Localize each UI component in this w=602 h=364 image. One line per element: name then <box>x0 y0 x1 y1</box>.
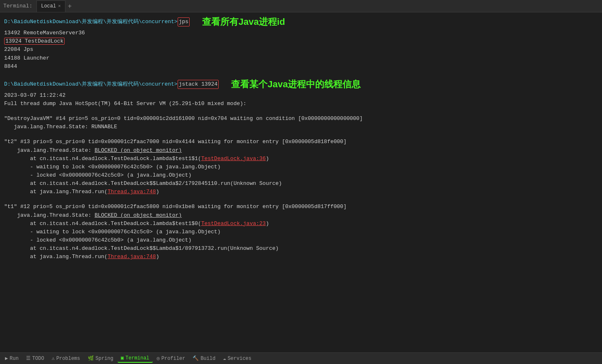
terminal-line: D:\BaiduNetdiskDownload\并发编程\并发编程代码\conc… <box>4 77 598 91</box>
terminal-line <box>4 71 598 77</box>
stack-trace-link[interactable]: Thread.java:748 <box>108 189 156 195</box>
thread-state-blocked: BLOCKED (on object monitor) <box>94 147 182 153</box>
stack-trace-suffix: ) <box>156 189 159 195</box>
bottom-item-terminal[interactable]: ▣Terminal <box>118 354 153 363</box>
terminal-line: at java.lang.Thread.run(Thread.java:748) <box>4 188 598 196</box>
profiler-label: Profiler <box>161 356 185 362</box>
terminal-command: jstack 13924 <box>178 80 219 89</box>
tab-bar: Terminal: Local × + <box>0 0 602 12</box>
stack-trace-link[interactable]: TestDeadLock.java:23 <box>201 220 266 227</box>
terminal-line: java.lang.Thread.State: BLOCKED (on obje… <box>4 211 598 220</box>
terminal-line: at cn.itcast.n4.deadlock.TestDeadLock.la… <box>4 220 598 228</box>
terminal-path: D:\BaiduNetdiskDownload\并发编程\并发编程代码\conc… <box>4 80 178 89</box>
terminal-line: "DestroyJavaVM" #14 prio=5 os_prio=0 tid… <box>4 115 598 123</box>
annotation-text: 查看某个Java进程中的线程信息 <box>231 77 361 91</box>
terminal-line <box>4 196 598 203</box>
terminal-line: 14188 Launcher <box>4 54 598 62</box>
thread-state-prefix: java.lang.Thread.State: <box>4 212 94 218</box>
terminal-line: Full thread dump Java HotSpot(TM) 64-Bit… <box>4 100 598 108</box>
tab-local-label: Local <box>41 3 56 9</box>
terminal-line: - waiting to lock <0x000000076c42c5c0> (… <box>4 228 598 236</box>
tab-close-button[interactable]: × <box>58 4 61 9</box>
build-label: Build <box>200 356 215 362</box>
terminal-label: Terminal: <box>3 3 32 9</box>
bottom-item-build[interactable]: 🔨Build <box>189 354 219 362</box>
stack-trace-text: at java.lang.Thread.run( <box>4 189 108 195</box>
bottom-item-run[interactable]: ▶Run <box>2 354 22 362</box>
stack-trace-link[interactable]: TestDeadLock.java:36 <box>201 156 266 162</box>
spring-label: Spring <box>96 356 113 362</box>
terminal-line: 22084 Jps <box>4 46 598 54</box>
thread-state-prefix: java.lang.Thread.State: <box>4 147 94 153</box>
bottom-bar: ▶Run☰TODO⚠Problems🌿Spring▣Terminal◎Profi… <box>0 352 602 364</box>
terminal-line: 13492 RemoteMavenServer36 <box>4 29 598 37</box>
terminal-line: at cn.itcast.n4.deadlock.TestDeadLock$$L… <box>4 180 598 188</box>
terminal-path: D:\BaiduNetdiskDownload\并发编程\并发编程代码\conc… <box>4 18 178 26</box>
terminal-line: at java.lang.Thread.run(Thread.java:748) <box>4 253 598 261</box>
terminal-content: D:\BaiduNetdiskDownload\并发编程\并发编程代码\conc… <box>0 12 602 352</box>
terminal-line: java.lang.Thread.State: RUNNABLE <box>4 123 598 131</box>
terminal-line: "t2" #13 prio=5 os_prio=0 tid=0x000001c2… <box>4 138 598 146</box>
profiler-icon: ◎ <box>157 355 160 362</box>
bottom-item-spring[interactable]: 🌿Spring <box>84 354 117 362</box>
terminal-label: Terminal <box>125 355 149 361</box>
terminal-line: java.lang.Thread.State: BLOCKED (on obje… <box>4 146 598 155</box>
stack-trace-text: at cn.itcast.n4.deadlock.TestDeadLock.la… <box>4 220 201 227</box>
terminal-line: - locked <0x000000076c42c5c0> (a java.la… <box>4 171 598 180</box>
stack-trace-text: at java.lang.Thread.run( <box>4 254 108 260</box>
local-tab[interactable]: Local × <box>36 0 65 12</box>
highlighted-process: 13924 TestDeadLock <box>4 38 65 45</box>
build-icon: 🔨 <box>193 355 199 362</box>
terminal-command: jps <box>178 17 190 26</box>
stack-trace-suffix: ) <box>266 220 269 227</box>
todo-icon: ☰ <box>26 355 31 362</box>
bottom-item-problems[interactable]: ⚠Problems <box>48 354 84 362</box>
terminal-line: 2023-03-07 11:22:42 <box>4 91 598 100</box>
terminal-line <box>4 131 598 138</box>
terminal-line: at cn.itcast.n4.deadlock.TestDeadLock$$L… <box>4 244 598 253</box>
terminal-line: at cn.itcast.n4.deadlock.TestDeadLock.la… <box>4 155 598 163</box>
services-label: Services <box>228 356 252 362</box>
tab-add-button[interactable]: + <box>65 2 74 10</box>
terminal-line <box>4 108 598 115</box>
terminal-line: 8844 <box>4 62 598 71</box>
terminal-line: - waiting to lock <0x000000076c42c5b0> (… <box>4 163 598 171</box>
services-icon: ☁ <box>223 355 226 362</box>
terminal-icon: ▣ <box>121 355 124 361</box>
thread-state-blocked: BLOCKED (on object monitor) <box>94 212 182 218</box>
stack-trace-suffix: ) <box>156 254 159 260</box>
spring-icon: 🌿 <box>88 355 94 362</box>
run-label: Run <box>10 356 19 362</box>
problems-icon: ⚠ <box>52 355 55 362</box>
stack-trace-text: at cn.itcast.n4.deadlock.TestDeadLock.la… <box>4 156 201 162</box>
terminal-line: D:\BaiduNetdiskDownload\并发编程\并发编程代码\conc… <box>4 15 598 29</box>
annotation-text: 查看所有Java进程id <box>202 15 285 29</box>
stack-trace-link[interactable]: Thread.java:748 <box>108 254 156 260</box>
terminal-line: - locked <0x000000076c42c5b0> (a java.la… <box>4 236 598 244</box>
stack-trace-suffix: ) <box>266 156 269 162</box>
bottom-item-services[interactable]: ☁Services <box>219 354 255 362</box>
bottom-item-todo[interactable]: ☰TODO <box>23 354 48 362</box>
problems-label: Problems <box>56 356 80 362</box>
terminal-line: "t1" #12 prio=5 os_prio=0 tid=0x000001c2… <box>4 203 598 211</box>
run-icon: ▶ <box>5 355 8 362</box>
todo-label: TODO <box>32 356 44 362</box>
terminal-line: 13924 TestDeadLock <box>4 37 598 46</box>
bottom-item-profiler[interactable]: ◎Profiler <box>154 354 189 362</box>
